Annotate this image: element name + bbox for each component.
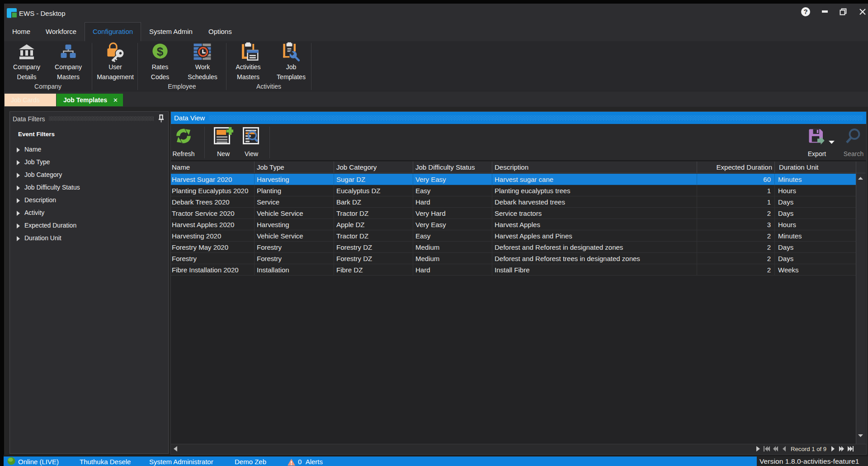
svg-text:?: ? [803, 8, 807, 15]
svg-text:$: $ [157, 45, 164, 58]
